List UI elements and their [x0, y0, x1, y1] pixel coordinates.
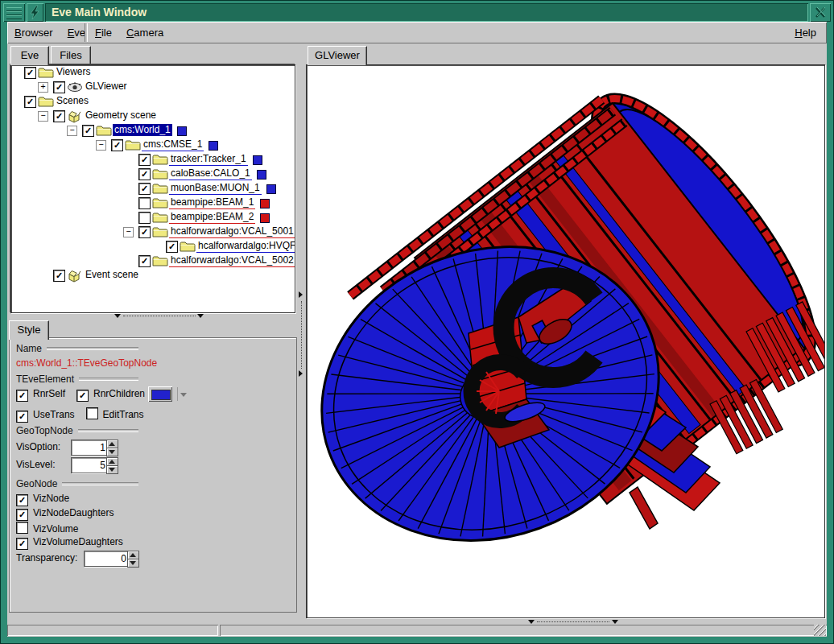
- title-bar: Eve Main Window: [3, 3, 831, 22]
- trans-checkbox-usetrans[interactable]: ✓: [16, 411, 28, 423]
- menu-group-help: Help: [787, 22, 824, 43]
- viz-label: VizNode: [33, 493, 69, 504]
- app-icon-button[interactable]: [27, 3, 43, 22]
- folder-icon: [152, 168, 168, 180]
- tree-item-label[interactable]: GLViewer: [84, 80, 129, 93]
- spin-down-icon[interactable]: [106, 465, 118, 474]
- folder-icon: [180, 241, 196, 252]
- window-menu-button[interactable]: [3, 3, 25, 22]
- panes-splitter[interactable]: [297, 43, 306, 624]
- viz-label: VizVolume: [33, 523, 78, 535]
- viz-checkbox-viznode[interactable]: ✓: [16, 494, 28, 506]
- folder-icon: [125, 139, 141, 151]
- viz-checkbox-vizvolume[interactable]: [16, 522, 28, 534]
- main-content: EveFiles ✓Viewers+✓GLViewer✓Scenes−✓Geom…: [7, 43, 827, 637]
- tab-eve[interactable]: Eve: [10, 46, 49, 65]
- tree-checkbox[interactable]: ✓: [53, 110, 65, 122]
- tree-item-label[interactable]: Viewers: [55, 66, 92, 78]
- section-title: Name: [16, 343, 42, 354]
- tree-item-label[interactable]: cms:CMSE_1: [142, 138, 204, 151]
- tree-expander[interactable]: −: [67, 126, 77, 136]
- tab-files[interactable]: Files: [51, 46, 91, 64]
- folder-icon: [152, 154, 168, 165]
- color-swatch-button[interactable]: [148, 386, 172, 402]
- visoption-entry[interactable]: 1: [71, 440, 109, 456]
- tree-item-label[interactable]: hcalforwardalgo:VCAL_5002: [169, 254, 295, 267]
- folder-icon: [152, 255, 168, 266]
- tree-item-label[interactable]: beampipe:BEAM_2: [169, 211, 255, 224]
- tree-checkbox[interactable]: ✓: [166, 241, 178, 253]
- spin-down-icon[interactable]: [127, 559, 139, 568]
- eye-icon: [67, 81, 83, 93]
- splitter-arrow-icon: [197, 314, 204, 318]
- tree-item-label[interactable]: tracker:Tracker_1: [169, 153, 248, 166]
- tree-style-splitter[interactable]: [10, 312, 294, 320]
- scene-tree[interactable]: ✓Viewers+✓GLViewer✓Scenes−✓Geometry scen…: [10, 64, 295, 313]
- tree-checkbox[interactable]: ✓: [138, 255, 151, 267]
- tree-checkbox[interactable]: ✓: [53, 81, 65, 93]
- tree-expander[interactable]: −: [96, 140, 106, 151]
- tree-item-label[interactable]: muonBase:MUON_1: [169, 182, 262, 195]
- tree-item-label[interactable]: cms:World_1: [113, 124, 172, 136]
- style-panel: Name cms:World_1::TEveGeoTopNode TEveEle…: [9, 337, 297, 613]
- tree-expander[interactable]: +: [38, 82, 48, 93]
- tree-row: ✓Viewers: [11, 65, 295, 80]
- tree-checkbox[interactable]: ✓: [111, 139, 123, 151]
- resize-grip[interactable]: [814, 625, 826, 636]
- tree-checkbox[interactable]: [138, 212, 151, 224]
- geonode-check-row: ✓VizNodeDaughters: [16, 507, 126, 520]
- section-header-geotopnode: GeoTopNode: [16, 425, 138, 436]
- vislevel-spinner[interactable]: [106, 457, 117, 473]
- status-bar: [7, 624, 827, 637]
- menu-item-browser[interactable]: Browser: [7, 22, 60, 43]
- status-cell-left: [7, 625, 218, 636]
- tree-row: ✓muonBase:MUON_1: [11, 181, 295, 196]
- rnr-checkbox-rnrchildren[interactable]: ✓: [76, 390, 89, 402]
- chevron-down-icon: [180, 393, 187, 397]
- menu-item-file[interactable]: File: [88, 22, 119, 43]
- tree-item-label[interactable]: beampipe:BEAM_1: [169, 196, 255, 209]
- tree-checkbox[interactable]: ✓: [82, 125, 94, 137]
- vislevel-entry[interactable]: 5: [71, 457, 109, 473]
- menu-item-camera[interactable]: Camera: [119, 22, 171, 43]
- tree-checkbox[interactable]: ✓: [24, 96, 36, 108]
- transparency-spinner[interactable]: [127, 551, 138, 567]
- tree-item-label[interactable]: Event scene: [84, 269, 140, 281]
- rnr-checkbox-rnrself[interactable]: ✓: [16, 390, 28, 402]
- tree-checkbox[interactable]: ✓: [138, 154, 151, 166]
- section-title: GeoNode: [16, 478, 57, 489]
- visoption-spinner[interactable]: [106, 440, 117, 456]
- folder-icon: [152, 183, 168, 194]
- trans-checkbox-edittrans[interactable]: [86, 407, 98, 419]
- tree-expander[interactable]: −: [38, 111, 48, 122]
- tree-item-label[interactable]: hcalforwardalgo:VCAL_5001: [169, 225, 295, 238]
- tree-checkbox[interactable]: ✓: [24, 67, 36, 79]
- close-button[interactable]: [810, 3, 831, 22]
- folder-icon: [152, 226, 168, 237]
- color-dropdown-button[interactable]: [177, 386, 188, 402]
- section-title: GeoTopNode: [16, 425, 73, 436]
- tree-checkbox[interactable]: ✓: [53, 270, 65, 282]
- tree-item-label[interactable]: hcalforwardalgo:HVQF_1: [196, 240, 295, 253]
- color-swatch: [151, 390, 171, 400]
- folder-icon: [38, 67, 54, 78]
- gl-viewer[interactable]: [306, 64, 825, 618]
- viz-checkbox-viznodedaughters[interactable]: ✓: [16, 509, 28, 521]
- transparency-entry[interactable]: 0: [84, 551, 130, 567]
- tree-expander[interactable]: −: [123, 227, 134, 237]
- tree-row: −✓cms:CMSE_1: [11, 138, 295, 152]
- tree-checkbox[interactable]: ✓: [138, 168, 151, 180]
- menu-item-help[interactable]: Help: [787, 22, 824, 43]
- tab-style[interactable]: Style: [9, 320, 49, 340]
- transparency-label: Transparency:: [16, 552, 77, 564]
- viz-checkbox-vizvolumedaughters[interactable]: ✓: [16, 538, 28, 550]
- tree-item-label[interactable]: Scenes: [55, 95, 90, 107]
- tree-checkbox[interactable]: ✓: [138, 226, 151, 238]
- splitter-arrow-icon: [299, 370, 303, 377]
- tree-checkbox[interactable]: ✓: [138, 183, 151, 195]
- tree-item-label[interactable]: caloBase:CALO_1: [169, 167, 252, 180]
- tab-glviewer[interactable]: GLViewer: [308, 46, 367, 65]
- spin-down-icon[interactable]: [106, 448, 118, 456]
- tree-item-label[interactable]: Geometry scene: [84, 109, 158, 122]
- tree-checkbox[interactable]: [138, 197, 151, 209]
